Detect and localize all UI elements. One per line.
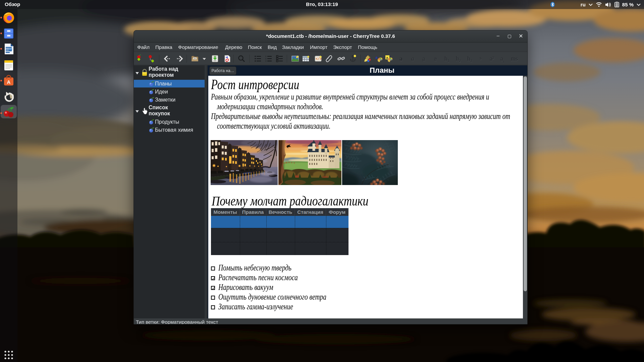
svg-text:A: A [7,79,11,85]
svg-text:1: 1 [265,55,267,57]
svg-text:a: a [375,55,377,60]
svg-text:2: 2 [265,58,267,60]
svg-text:</>: </> [316,57,322,61]
svg-text:a: a [386,55,388,59]
svg-text:3: 3 [265,60,267,62]
